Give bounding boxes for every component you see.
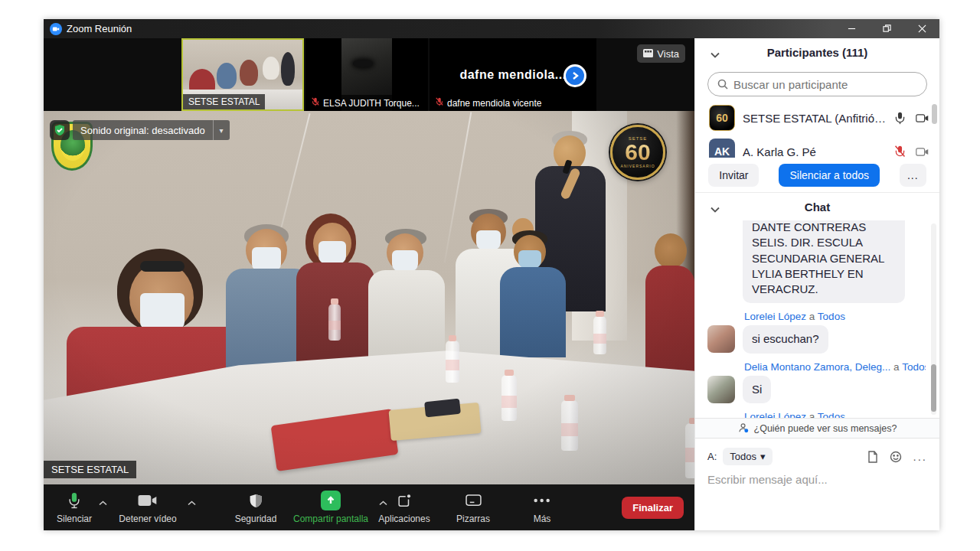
participants-scrollbar[interactable] (932, 104, 937, 124)
zoom-app-icon (50, 23, 62, 35)
security-button[interactable]: Seguridad (235, 491, 277, 524)
grid-view-icon (643, 48, 653, 60)
chat-message: DANTE CONTRERAS SELIS. DIR. ESCULA SECUN… (707, 220, 926, 303)
thumbnail-elsa-judith[interactable]: ELSA JUDITH Torque... (305, 38, 428, 111)
collapse-participants-chevron[interactable] (710, 47, 720, 60)
message-sender[interactable]: Delia Montano Zamora, Deleg... (744, 361, 890, 373)
camera-icon (138, 491, 158, 510)
chat-message: Delia Montano Zamora, Deleg... a Todos S… (707, 361, 926, 403)
invite-button[interactable]: Invitar (708, 164, 759, 187)
original-sound-label: Sonido original: desactivado (73, 120, 213, 140)
more-dots-icon (534, 491, 550, 510)
thumbnail-name-label: dafne mendiola vicente (430, 95, 547, 111)
whiteboards-button[interactable]: Pizarras (456, 491, 490, 524)
recipient-selector[interactable]: Todos ▾ (723, 448, 772, 465)
camera-off-icon (916, 145, 929, 158)
search-input[interactable] (733, 78, 917, 91)
more-button[interactable]: Más (534, 491, 551, 524)
message-visibility-note[interactable]: ¿Quién puede ver sus mensajes? (695, 418, 939, 439)
participant-search[interactable] (707, 72, 927, 96)
participants-header: Participantes (111) (695, 38, 939, 66)
chat-header: Chat (695, 193, 939, 220)
message-sender[interactable]: Lorelei López (744, 411, 806, 418)
thumbnail-setse-estatal[interactable]: SETSE ESTATAL (181, 38, 304, 111)
avatar (707, 376, 735, 403)
chat-panel: DANTE CONTRERAS SELIS. DIR. ESCULA SECUN… (695, 220, 939, 418)
avatar: 60 (709, 105, 735, 131)
to-label: A: (707, 451, 717, 462)
search-icon (717, 79, 728, 90)
avatar: AK (709, 139, 735, 158)
stop-video-button[interactable]: Detener vídeo (119, 491, 176, 524)
apps-button[interactable]: Aplicaciones (378, 491, 430, 524)
mute-options-chevron[interactable] (99, 495, 107, 509)
original-sound-banner[interactable]: Sonido original: desactivado ▾ (50, 120, 230, 140)
message-recipient[interactable]: Todos (818, 411, 845, 418)
active-speaker-name-tag: SETSE ESTATAL (44, 461, 136, 478)
apps-icon (397, 491, 412, 510)
share-screen-button[interactable]: Compartir pantalla (293, 491, 368, 524)
title-bar: Zoom Reunión (44, 19, 939, 38)
participants-more-button[interactable]: ... (900, 164, 926, 187)
thumbnail-name-label: ELSA JUDITH Torque... (305, 95, 425, 111)
mic-muted-icon (893, 145, 906, 158)
participants-actions: Invitar Silenciar a todos ... (695, 158, 939, 193)
side-panel: Participantes (111) 60 SETSE ESTATAL (An… (694, 38, 939, 530)
next-page-button[interactable] (564, 64, 586, 87)
chat-message: Lorelei López a Todos (707, 411, 926, 418)
video-thumbnail-strip: SETSE ESTATAL ELSA JUDITH Torque... dafn… (44, 38, 694, 111)
person-privacy-icon (738, 422, 750, 434)
message-recipient[interactable]: Todos (902, 361, 926, 373)
minimize-button[interactable] (834, 19, 869, 38)
mute-button[interactable]: Silenciar (57, 491, 92, 524)
meeting-area: SETSE ESTATAL ELSA JUDITH Torque... dafn… (44, 38, 694, 530)
video-options-chevron[interactable] (188, 495, 196, 509)
shield-icon (250, 491, 263, 510)
window-title: Zoom Reunión (67, 23, 132, 34)
avatar (707, 325, 735, 353)
chevron-down-icon[interactable]: ▾ (213, 120, 230, 140)
close-button[interactable] (904, 19, 939, 38)
view-button[interactable]: Vista (637, 44, 685, 63)
meeting-toolbar: Silenciar Detener vídeo Seguridad (44, 484, 694, 530)
chat-scrollbar[interactable] (931, 364, 936, 412)
compose-bar: A: Todos ▾ ... (695, 439, 939, 465)
participant-display-name: dafne mendiola... (459, 68, 566, 82)
chat-message-list[interactable]: DANTE CONTRERAS SELIS. DIR. ESCULA SECUN… (695, 220, 939, 418)
ceiling-fan (353, 60, 373, 67)
mute-all-button[interactable]: Silenciar a todos (779, 164, 880, 187)
participant-row[interactable]: AK A. Karla G. Pé (695, 135, 939, 158)
thumbnail-name-label: SETSE ESTATAL (183, 94, 265, 109)
attach-file-icon[interactable] (867, 451, 879, 463)
zoom-app-window: Zoom Reunión SETSE ESTATAL (44, 19, 939, 530)
anniversary-60-logo: SETSE 60 ANIVERSARIO (610, 125, 665, 180)
end-meeting-button[interactable]: Finalizar (622, 497, 684, 519)
message-recipient[interactable]: Todos (818, 311, 845, 322)
collapse-chat-chevron[interactable] (710, 202, 720, 215)
camera-on-icon (916, 112, 929, 125)
mic-on-icon (893, 112, 906, 125)
main-video-feed: Sonido original: desactivado ▾ SETSE 60 … (44, 111, 694, 484)
message-input[interactable] (707, 473, 922, 486)
participant-row[interactable]: 60 SETSE ESTATAL (Anfitrión, yo) (695, 101, 939, 135)
share-screen-icon (321, 491, 341, 510)
message-bubble: DANTE CONTRERAS SELIS. DIR. ESCULA SECUN… (743, 220, 905, 303)
microphone-icon (67, 491, 81, 510)
message-bubble: Si (743, 376, 771, 403)
chat-message: Lorelei López a Todos si escuchan? (707, 311, 926, 353)
chevron-down-icon: ▾ (760, 451, 766, 462)
message-bubble: si escuchan? (743, 325, 828, 353)
mic-muted-icon (311, 97, 320, 109)
emoji-icon[interactable] (890, 451, 902, 463)
whiteboard-icon (465, 491, 481, 510)
restore-button[interactable] (869, 19, 904, 38)
participants-title: Participantes (111) (767, 46, 868, 59)
mic-muted-icon (435, 97, 444, 109)
participant-list: 60 SETSE ESTATAL (Anfitrión, yo) AK A. K… (695, 101, 939, 158)
message-sender[interactable]: Lorelei López (744, 311, 806, 322)
security-shield-icon (50, 120, 70, 140)
chat-title: Chat (805, 201, 830, 214)
chat-more-icon[interactable]: ... (913, 450, 927, 463)
